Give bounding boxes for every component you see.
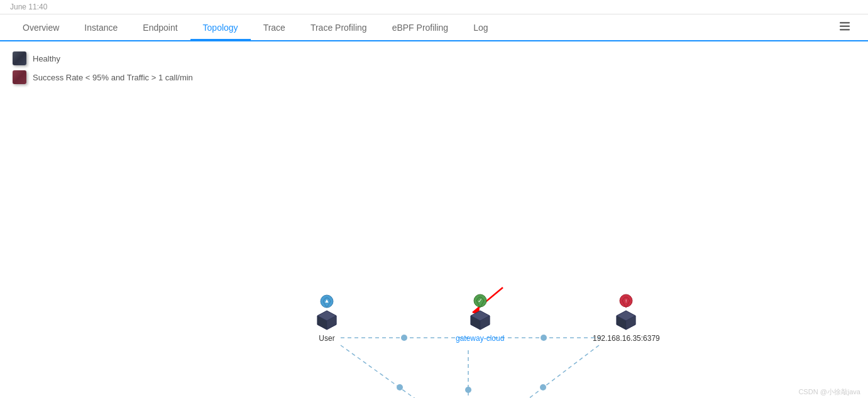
pin-gateway-icon: ✓ — [472, 294, 488, 311]
svg-point-4 — [401, 335, 407, 341]
svg-point-8 — [465, 387, 471, 393]
tab-ebpf-profiling[interactable]: eBPF Profiling — [380, 16, 461, 40]
cube-gateway-icon — [468, 308, 493, 333]
tab-trace[interactable]: Trace — [251, 16, 298, 40]
svg-rect-2 — [840, 29, 850, 31]
tab-overview[interactable]: Overview — [10, 16, 72, 40]
legend-healthy: Healthy — [13, 51, 855, 65]
node-ip[interactable]: ! 192.168.16.35:6379 — [593, 308, 660, 343]
list-icon — [839, 21, 850, 32]
svg-point-12 — [540, 384, 546, 390]
healthy-cube-icon — [13, 51, 26, 65]
tab-log[interactable]: Log — [461, 16, 500, 40]
pin-ip-icon: ! — [618, 294, 634, 311]
svg-text:!: ! — [625, 298, 627, 304]
legend: Healthy Success Rate < 95% and Traffic >… — [0, 41, 868, 94]
unhealthy-label: Success Rate < 95% and Traffic > 1 call/… — [33, 73, 193, 82]
topology-canvas: ▲ User ✓ gateway-cloud — [0, 94, 868, 398]
node-gateway-cloud[interactable]: ✓ gateway-cloud — [456, 308, 504, 343]
timestamp: June 11:40 — [10, 3, 47, 11]
pin-user-icon: ▲ — [319, 294, 335, 311]
tab-instance[interactable]: Instance — [72, 16, 130, 40]
top-bar: June 11:40 — [0, 0, 868, 14]
svg-rect-0 — [840, 22, 850, 24]
legend-unhealthy: Success Rate < 95% and Traffic > 1 call/… — [13, 70, 855, 84]
unhealthy-cube-icon — [13, 70, 26, 84]
svg-rect-1 — [840, 26, 850, 28]
svg-point-10 — [397, 384, 403, 390]
cube-ip-icon — [613, 308, 639, 333]
tab-icon-button[interactable] — [832, 14, 858, 40]
svg-text:✓: ✓ — [478, 298, 483, 304]
topology-svg — [0, 94, 868, 398]
tab-endpoint[interactable]: Endpoint — [130, 16, 190, 40]
cube-user-icon — [314, 308, 339, 333]
svg-point-6 — [541, 335, 547, 341]
node-ip-label: 192.168.16.35:6379 — [593, 334, 660, 343]
watermark: CSDN @小徐敲java — [798, 387, 860, 397]
healthy-label: Healthy — [33, 54, 60, 63]
tab-trace-profiling[interactable]: Trace Profiling — [298, 16, 380, 40]
tabs-container: Overview Instance Endpoint Topology Trac… — [0, 14, 868, 41]
node-gateway-label: gateway-cloud — [456, 334, 504, 343]
node-user[interactable]: ▲ User — [314, 308, 339, 343]
tab-topology[interactable]: Topology — [190, 16, 251, 40]
node-user-label: User — [319, 334, 334, 343]
svg-text:▲: ▲ — [324, 298, 330, 304]
